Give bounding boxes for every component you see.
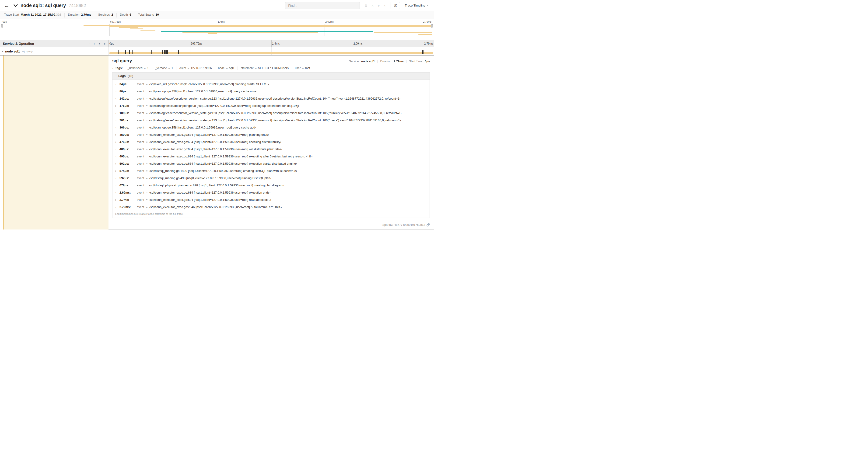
minimap-span xyxy=(141,30,156,31)
log-timestamp: 495μs: xyxy=(120,155,135,158)
log-row[interactable]: ›34μs:event=‹sql/exec_util.go:2297 [nsql… xyxy=(113,80,430,88)
tag-item[interactable]: statement=SELECT * FROM users xyxy=(238,66,292,70)
trace-timeline-page: ← node sql1: sql query 7418682 ⊕∧∨× ⌘ Tr… xyxy=(0,0,434,230)
log-row[interactable]: ›678μs:event=‹sql/distsql_physical_plann… xyxy=(113,182,430,189)
tick-label: 2.09ms xyxy=(325,20,334,23)
log-row[interactable]: ›201μs:event=‹sql/catalog/lease/descript… xyxy=(113,117,430,124)
clear-search-icon[interactable]: × xyxy=(384,3,386,7)
log-row[interactable]: ›80μs:event=‹sql/plan_opt.go:358 [nsql1,… xyxy=(113,88,430,95)
log-timestamp: 142μs: xyxy=(120,97,135,100)
tag-value: 1 xyxy=(172,66,173,70)
tag-item[interactable]: user=root xyxy=(292,66,313,70)
log-timestamp: 597μs: xyxy=(120,176,135,180)
tag-key: node xyxy=(218,66,225,70)
log-value: ‹sql/distsql_running.go:1420 [nsql1,clie… xyxy=(149,169,297,173)
expand-all-icon[interactable]: » xyxy=(104,42,106,45)
tick-label: 697.75μs xyxy=(110,20,121,23)
chevron-right-icon: › xyxy=(115,140,120,144)
prev-result-icon[interactable]: ∧ xyxy=(371,3,374,8)
log-marker xyxy=(422,51,423,54)
log-entry: event=‹sql/catalog/descs/descriptor.go:9… xyxy=(137,104,299,107)
timeline-ticks: 0μs697.75μs1.4ms2.09ms2.79ms xyxy=(108,40,434,47)
log-row[interactable]: ›366μs:event=‹sql/plan_opt.go:358 [nsql1… xyxy=(113,124,430,131)
log-marker xyxy=(165,51,166,54)
span-row-name[interactable]: › node sql1 sql query xyxy=(0,47,108,55)
find-input[interactable] xyxy=(285,2,360,9)
log-entry: event=‹sql/conn_executor_exec.go:2046 [n… xyxy=(137,205,282,209)
log-timestamp: 459μs: xyxy=(120,133,135,136)
log-row[interactable]: ›176μs:event=‹sql/catalog/descs/descript… xyxy=(113,102,430,109)
log-row[interactable]: ›574μs:event=‹sql/distsql_running.go:142… xyxy=(113,167,430,174)
expand-one-icon[interactable]: › xyxy=(94,42,95,45)
summary-value: 2.79ms xyxy=(81,13,91,16)
tag-item[interactable]: client=127.0.0.1:59936 xyxy=(176,66,215,70)
log-entry: event=‹sql/distsql_running.go:1420 [nsql… xyxy=(137,169,297,173)
log-row[interactable]: ›495μs:event=‹sql/conn_executor_exec.go:… xyxy=(113,153,430,160)
log-row[interactable]: ›502μs:event=‹sql/conn_executor_exec.go:… xyxy=(113,160,430,167)
tag-item[interactable]: _verbose=1 xyxy=(152,66,176,70)
chevron-down-icon[interactable]: › xyxy=(1,51,5,52)
scrubber-handle[interactable] xyxy=(431,24,433,28)
minimap-span xyxy=(84,25,432,26)
log-row[interactable]: ›2.79ms:event=‹sql/conn_executor_exec.go… xyxy=(113,203,430,210)
zoom-result-icon[interactable]: ⊕ xyxy=(365,3,368,8)
log-row[interactable]: ›2.7ms:event=‹sql/conn_executor_exec.go:… xyxy=(113,196,430,203)
log-row[interactable]: ›597μs:event=‹sql/distsql_running.go:498… xyxy=(113,174,430,182)
log-row[interactable]: ›142μs:event=‹sql/catalog/lease/descript… xyxy=(113,95,430,102)
log-row[interactable]: ›189μs:event=‹sql/catalog/lease/descript… xyxy=(113,109,430,117)
log-entry: event=‹sql/conn_executor_exec.go:684 [ns… xyxy=(137,147,282,151)
timeline-gridline xyxy=(190,40,190,47)
spanid-label: SpanID: xyxy=(382,223,393,226)
view-selector-button[interactable]: Trace Timeline › xyxy=(402,2,431,9)
log-row[interactable]: ›459μs:event=‹sql/conn_executor_exec.go:… xyxy=(113,131,430,138)
tag-key: statement xyxy=(241,66,254,70)
spanid-row: SpanID: 4877749850101760812 xyxy=(112,220,430,227)
collapse-one-icon[interactable]: › xyxy=(88,43,91,44)
next-result-icon[interactable]: ∨ xyxy=(377,3,380,8)
summary-item: Total Spans10 xyxy=(135,13,162,18)
minimap-right-scrubber[interactable] xyxy=(432,24,432,36)
log-equals: = xyxy=(146,140,148,144)
collapse-all-icon[interactable]: » xyxy=(98,43,101,44)
span-row[interactable]: › node sql1 sql query xyxy=(0,47,434,55)
chevron-right-icon: › xyxy=(115,205,120,209)
log-equals: = xyxy=(146,119,148,122)
log-value: ‹sql/catalog/descs/descriptor.go:98 [nsq… xyxy=(149,104,299,107)
logs-header[interactable]: › Logs (18) xyxy=(113,72,430,79)
timeline-header: Service & Operation ››»» 0μs697.75μs1.4m… xyxy=(0,40,434,47)
minimap-left-scrubber[interactable] xyxy=(2,24,2,36)
logs-list: ›34μs:event=‹sql/exec_util.go:2297 [nsql… xyxy=(113,79,430,210)
tag-item[interactable]: _unfinished=1 xyxy=(125,66,152,70)
log-timestamp: 574μs: xyxy=(120,169,135,173)
span-detail-header: sql query Service: node sql1 | Duration:… xyxy=(112,58,430,63)
tags-row[interactable]: › Tags: _unfinished=1_verbose=1client=12… xyxy=(112,66,430,71)
span-row-track[interactable] xyxy=(108,47,434,55)
log-equals: = xyxy=(146,90,148,93)
log-equals: = xyxy=(146,162,148,165)
log-row[interactable]: ›486μs:event=‹sql/conn_executor_exec.go:… xyxy=(113,145,430,153)
log-row[interactable]: ›476μs:event=‹sql/conn_executor_exec.go:… xyxy=(113,138,430,145)
log-key: event xyxy=(137,82,144,86)
trace-collapse-chevron-down-icon[interactable] xyxy=(13,4,18,7)
summary-value: 2 xyxy=(111,13,113,16)
tag-item[interactable]: node=sql1 xyxy=(215,66,238,70)
link-icon[interactable] xyxy=(427,223,430,226)
log-marker xyxy=(129,51,130,54)
summary-bar: Trace StartMarch 31 2022, 17:25:09.326Du… xyxy=(0,11,434,19)
scrubber-handle[interactable] xyxy=(1,24,3,28)
log-marker xyxy=(125,51,126,54)
log-key: event xyxy=(137,191,144,194)
tick-label: 0μs xyxy=(110,42,114,45)
trace-minimap: 0μs697.75μs1.4ms2.09ms2.79ms xyxy=(0,19,434,36)
span-bar[interactable] xyxy=(110,52,433,54)
service-value: node sql1 xyxy=(361,60,375,63)
log-row[interactable]: ›2.69ms:event=‹sql/conn_executor_exec.go… xyxy=(113,189,430,196)
back-button[interactable]: ← xyxy=(3,2,11,9)
log-key: event xyxy=(137,119,144,122)
log-value: ‹sql/catalog/lease/descriptor_version_st… xyxy=(149,119,401,122)
spanid-value: 4877749850101760812 xyxy=(394,223,425,226)
log-value: ‹sql/plan_opt.go:358 [nsql1,client=127.0… xyxy=(149,90,257,93)
minimap-canvas[interactable] xyxy=(2,24,432,36)
log-timestamp: 80μs: xyxy=(120,90,135,93)
keyboard-shortcuts-button[interactable]: ⌘ xyxy=(391,2,400,9)
